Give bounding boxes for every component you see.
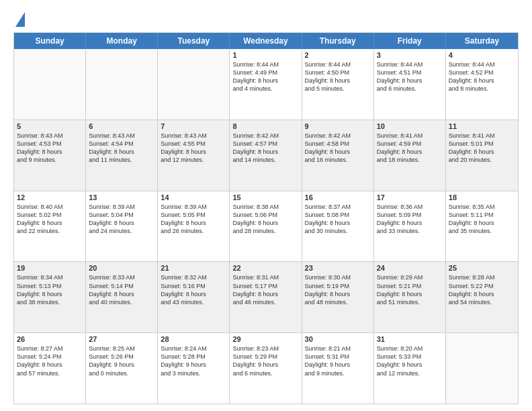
page: SundayMondayTuesdayWednesdayThursdayFrid… bbox=[0, 0, 532, 411]
day-number: 9 bbox=[305, 122, 371, 130]
day-info: Sunrise: 8:23 AM Sunset: 5:29 PM Dayligh… bbox=[232, 345, 298, 377]
day-number: 17 bbox=[377, 193, 443, 201]
calendar-row: 12Sunrise: 8:40 AM Sunset: 5:02 PM Dayli… bbox=[14, 191, 518, 263]
calendar-cell: 5Sunrise: 8:43 AM Sunset: 4:53 PM Daylig… bbox=[14, 120, 86, 191]
header-day: Thursday bbox=[302, 33, 374, 49]
calendar-cell: 21Sunrise: 8:32 AM Sunset: 5:16 PM Dayli… bbox=[158, 262, 230, 332]
day-number: 25 bbox=[449, 264, 515, 272]
logo-triangle-icon bbox=[15, 12, 25, 27]
calendar-cell bbox=[158, 49, 230, 120]
day-info: Sunrise: 8:28 AM Sunset: 5:22 PM Dayligh… bbox=[449, 273, 515, 306]
calendar-cell: 13Sunrise: 8:39 AM Sunset: 5:04 PM Dayli… bbox=[86, 191, 158, 262]
day-info: Sunrise: 8:38 AM Sunset: 5:06 PM Dayligh… bbox=[232, 203, 298, 236]
day-info: Sunrise: 8:36 AM Sunset: 5:09 PM Dayligh… bbox=[377, 203, 443, 236]
header-day: Saturday bbox=[446, 33, 518, 49]
day-number: 12 bbox=[17, 193, 83, 201]
logo bbox=[13, 11, 25, 27]
calendar-cell: 27Sunrise: 8:25 AM Sunset: 5:26 PM Dayli… bbox=[86, 333, 158, 404]
day-info: Sunrise: 8:32 AM Sunset: 5:16 PM Dayligh… bbox=[161, 273, 226, 306]
calendar-row: 26Sunrise: 8:27 AM Sunset: 5:24 PM Dayli… bbox=[14, 333, 518, 404]
day-number: 7 bbox=[161, 122, 226, 130]
calendar-cell: 1Sunrise: 8:44 AM Sunset: 4:49 PM Daylig… bbox=[230, 49, 302, 120]
calendar-row: 1Sunrise: 8:44 AM Sunset: 4:49 PM Daylig… bbox=[14, 49, 518, 120]
day-info: Sunrise: 8:42 AM Sunset: 4:58 PM Dayligh… bbox=[305, 132, 371, 165]
day-number: 23 bbox=[305, 264, 371, 272]
day-info: Sunrise: 8:29 AM Sunset: 5:21 PM Dayligh… bbox=[377, 273, 443, 306]
day-info: Sunrise: 8:27 AM Sunset: 5:24 PM Dayligh… bbox=[17, 345, 83, 377]
header-day: Wednesday bbox=[230, 33, 302, 49]
day-number: 20 bbox=[89, 264, 154, 272]
calendar-cell: 15Sunrise: 8:38 AM Sunset: 5:06 PM Dayli… bbox=[230, 191, 302, 262]
day-info: Sunrise: 8:44 AM Sunset: 4:50 PM Dayligh… bbox=[305, 60, 371, 93]
day-number: 11 bbox=[449, 122, 515, 130]
day-info: Sunrise: 8:43 AM Sunset: 4:55 PM Dayligh… bbox=[161, 132, 226, 165]
calendar-cell: 24Sunrise: 8:29 AM Sunset: 5:21 PM Dayli… bbox=[374, 262, 446, 332]
day-number: 4 bbox=[449, 51, 515, 59]
day-number: 1 bbox=[232, 51, 298, 59]
day-number: 29 bbox=[232, 335, 298, 343]
day-number: 14 bbox=[161, 193, 226, 201]
day-info: Sunrise: 8:31 AM Sunset: 5:17 PM Dayligh… bbox=[232, 273, 298, 306]
calendar-cell: 7Sunrise: 8:43 AM Sunset: 4:55 PM Daylig… bbox=[158, 120, 230, 191]
calendar-cell: 9Sunrise: 8:42 AM Sunset: 4:58 PM Daylig… bbox=[302, 120, 374, 191]
day-info: Sunrise: 8:42 AM Sunset: 4:57 PM Dayligh… bbox=[232, 132, 298, 165]
calendar-cell: 10Sunrise: 8:41 AM Sunset: 4:59 PM Dayli… bbox=[374, 120, 446, 191]
calendar-cell bbox=[86, 49, 158, 120]
day-number: 8 bbox=[232, 122, 298, 130]
day-info: Sunrise: 8:41 AM Sunset: 5:01 PM Dayligh… bbox=[449, 132, 515, 165]
day-info: Sunrise: 8:24 AM Sunset: 5:28 PM Dayligh… bbox=[161, 345, 226, 377]
calendar-cell: 8Sunrise: 8:42 AM Sunset: 4:57 PM Daylig… bbox=[230, 120, 302, 191]
calendar-cell: 28Sunrise: 8:24 AM Sunset: 5:28 PM Dayli… bbox=[158, 333, 230, 404]
calendar-cell: 30Sunrise: 8:21 AM Sunset: 5:31 PM Dayli… bbox=[302, 333, 374, 404]
day-number: 31 bbox=[377, 335, 443, 343]
day-info: Sunrise: 8:44 AM Sunset: 4:49 PM Dayligh… bbox=[232, 60, 298, 93]
calendar-cell: 4Sunrise: 8:44 AM Sunset: 4:52 PM Daylig… bbox=[446, 49, 518, 120]
calendar-cell: 18Sunrise: 8:35 AM Sunset: 5:11 PM Dayli… bbox=[446, 191, 518, 262]
day-info: Sunrise: 8:37 AM Sunset: 5:08 PM Dayligh… bbox=[305, 203, 371, 236]
day-info: Sunrise: 8:44 AM Sunset: 4:51 PM Dayligh… bbox=[377, 60, 443, 93]
day-info: Sunrise: 8:41 AM Sunset: 4:59 PM Dayligh… bbox=[377, 132, 443, 165]
calendar-cell bbox=[446, 333, 518, 404]
calendar-cell: 19Sunrise: 8:34 AM Sunset: 5:13 PM Dayli… bbox=[14, 262, 86, 332]
day-info: Sunrise: 8:21 AM Sunset: 5:31 PM Dayligh… bbox=[305, 345, 371, 377]
calendar: SundayMondayTuesdayWednesdayThursdayFrid… bbox=[13, 32, 519, 404]
day-number: 27 bbox=[89, 335, 154, 343]
day-info: Sunrise: 8:20 AM Sunset: 5:33 PM Dayligh… bbox=[377, 345, 443, 377]
day-number: 24 bbox=[377, 264, 443, 272]
day-info: Sunrise: 8:30 AM Sunset: 5:19 PM Dayligh… bbox=[305, 273, 371, 306]
calendar-cell bbox=[14, 49, 86, 120]
day-number: 19 bbox=[17, 264, 83, 272]
day-number: 5 bbox=[17, 122, 83, 130]
day-number: 21 bbox=[161, 264, 226, 272]
header-day: Tuesday bbox=[158, 33, 230, 49]
calendar-cell: 31Sunrise: 8:20 AM Sunset: 5:33 PM Dayli… bbox=[374, 333, 446, 404]
calendar-cell: 11Sunrise: 8:41 AM Sunset: 5:01 PM Dayli… bbox=[446, 120, 518, 191]
calendar-cell: 25Sunrise: 8:28 AM Sunset: 5:22 PM Dayli… bbox=[446, 262, 518, 332]
day-number: 16 bbox=[305, 193, 371, 201]
header-day: Sunday bbox=[14, 33, 86, 49]
calendar-cell: 29Sunrise: 8:23 AM Sunset: 5:29 PM Dayli… bbox=[230, 333, 302, 404]
calendar-row: 19Sunrise: 8:34 AM Sunset: 5:13 PM Dayli… bbox=[14, 262, 518, 333]
day-number: 6 bbox=[89, 122, 154, 130]
day-number: 26 bbox=[17, 335, 83, 343]
day-info: Sunrise: 8:25 AM Sunset: 5:26 PM Dayligh… bbox=[89, 345, 154, 377]
calendar-body: 1Sunrise: 8:44 AM Sunset: 4:49 PM Daylig… bbox=[14, 49, 518, 404]
day-number: 15 bbox=[232, 193, 298, 201]
day-info: Sunrise: 8:43 AM Sunset: 4:53 PM Dayligh… bbox=[17, 132, 83, 165]
calendar-cell: 2Sunrise: 8:44 AM Sunset: 4:50 PM Daylig… bbox=[302, 49, 374, 120]
day-number: 18 bbox=[449, 193, 515, 201]
day-number: 2 bbox=[305, 51, 371, 59]
header bbox=[13, 11, 519, 27]
calendar-cell: 3Sunrise: 8:44 AM Sunset: 4:51 PM Daylig… bbox=[374, 49, 446, 120]
day-info: Sunrise: 8:35 AM Sunset: 5:11 PM Dayligh… bbox=[449, 203, 515, 236]
day-number: 13 bbox=[89, 193, 154, 201]
calendar-cell: 22Sunrise: 8:31 AM Sunset: 5:17 PM Dayli… bbox=[230, 262, 302, 332]
calendar-cell: 12Sunrise: 8:40 AM Sunset: 5:02 PM Dayli… bbox=[14, 191, 86, 262]
day-number: 30 bbox=[305, 335, 371, 343]
calendar-cell: 17Sunrise: 8:36 AM Sunset: 5:09 PM Dayli… bbox=[374, 191, 446, 262]
calendar-cell: 16Sunrise: 8:37 AM Sunset: 5:08 PM Dayli… bbox=[302, 191, 374, 262]
calendar-row: 5Sunrise: 8:43 AM Sunset: 4:53 PM Daylig… bbox=[14, 120, 518, 191]
day-info: Sunrise: 8:44 AM Sunset: 4:52 PM Dayligh… bbox=[449, 60, 515, 93]
header-day: Friday bbox=[374, 33, 446, 49]
day-info: Sunrise: 8:33 AM Sunset: 5:14 PM Dayligh… bbox=[89, 273, 154, 306]
